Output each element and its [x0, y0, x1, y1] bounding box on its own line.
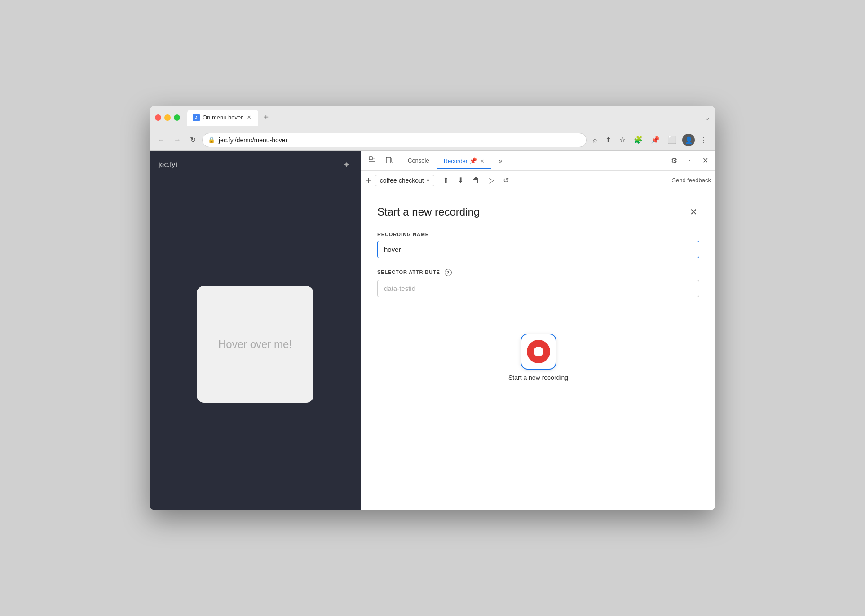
selector-attribute-label: SELECTOR ATTRIBUTE ?: [377, 269, 699, 276]
pip-icon[interactable]: ⬜: [665, 134, 680, 146]
search-icon[interactable]: ⌕: [590, 134, 600, 146]
upload-recording-button[interactable]: ⬆: [440, 174, 452, 187]
lock-icon: 🔒: [208, 136, 215, 143]
recorder-pin-icon: 📌: [469, 157, 477, 164]
delete-recording-button[interactable]: 🗑: [469, 174, 483, 187]
website-logo: jec.fyi: [159, 161, 177, 169]
extensions-icon[interactable]: 🧩: [631, 134, 645, 146]
dialog-close-button[interactable]: ✕: [688, 205, 699, 219]
forward-button[interactable]: →: [171, 134, 184, 146]
website-body: Hover over me!: [150, 179, 361, 510]
new-tab-button[interactable]: +: [260, 110, 273, 124]
tab-close-button[interactable]: ✕: [246, 114, 253, 121]
devtools-menu-button[interactable]: ⋮: [683, 154, 697, 167]
download-recording-button[interactable]: ⬇: [455, 174, 467, 187]
back-button[interactable]: ←: [155, 134, 168, 146]
share-icon[interactable]: ⬆: [603, 134, 614, 146]
dialog-box: Start a new recording ✕ RECORDING NAME S…: [361, 190, 715, 321]
traffic-lights: [155, 114, 180, 121]
devtools-close-button[interactable]: ✕: [699, 154, 712, 167]
selector-attribute-group: SELECTOR ATTRIBUTE ?: [377, 269, 699, 297]
recorder-tab-close-icon[interactable]: ✕: [480, 158, 484, 164]
minimize-window-button[interactable]: [164, 114, 171, 121]
active-tab[interactable]: J On menu hover ✕: [187, 110, 258, 126]
main-content: jec.fyi ✦ Hover over me!: [150, 151, 715, 510]
browser-window: J On menu hover ✕ + ⌄ ← → ↻ 🔒 jec.fyi/de…: [150, 106, 715, 510]
url-text: jec.fyi/demo/menu-hover: [219, 136, 287, 144]
svg-rect-3: [386, 157, 391, 163]
profile-icon: 👤: [685, 136, 693, 144]
website-header: jec.fyi ✦: [150, 151, 361, 179]
dropdown-chevron-icon: ▾: [427, 177, 429, 184]
profile-button[interactable]: 👤: [682, 134, 695, 146]
hover-card[interactable]: Hover over me!: [197, 286, 313, 403]
tab-favicon: J: [193, 114, 200, 121]
dialog-header: Start a new recording ✕: [377, 205, 699, 219]
recording-name-input[interactable]: [377, 241, 699, 258]
selector-attribute-input[interactable]: [377, 280, 699, 297]
devtools-panel: Console Recorder 📌 ✕ » ⚙ ⋮ ✕ +: [361, 151, 715, 510]
add-recording-button[interactable]: +: [366, 176, 371, 185]
svg-rect-4: [392, 158, 393, 162]
tab-menu-button[interactable]: ⌄: [704, 113, 710, 122]
theme-icon: ✦: [343, 160, 350, 169]
url-bar[interactable]: 🔒 jec.fyi/demo/menu-hover: [202, 133, 587, 147]
recorder-toolbar: + coffee checkout ▾ ⬆ ⬇ 🗑 ▷ ↺ Send feedb…: [361, 171, 715, 190]
recording-dropdown-label: coffee checkout: [380, 177, 424, 184]
recording-name-group: RECORDING NAME: [377, 232, 699, 258]
star-icon[interactable]: ☆: [617, 134, 628, 146]
dialog-area: Start a new recording ✕ RECORDING NAME S…: [361, 190, 715, 510]
tab-console[interactable]: Console: [401, 153, 437, 168]
hover-card-text: Hover over me!: [218, 338, 292, 351]
selector-help-icon[interactable]: ?: [445, 269, 452, 276]
devtools-tabs: Console Recorder 📌 ✕: [401, 153, 491, 169]
start-recording-area: Start a new recording: [361, 321, 715, 394]
more-tabs-button[interactable]: »: [495, 154, 506, 167]
recording-dropdown[interactable]: coffee checkout ▾: [375, 175, 434, 186]
recording-name-label: RECORDING NAME: [377, 232, 699, 237]
browser-actions: ⌕ ⬆ ☆ 🧩 📌 ⬜ 👤 ⋮: [590, 134, 710, 146]
svg-rect-0: [369, 157, 372, 160]
theme-toggle-button[interactable]: ✦: [341, 158, 352, 172]
reload-button[interactable]: ↻: [187, 134, 199, 146]
inspect-element-button[interactable]: [365, 153, 380, 168]
recorder-actions: ⬆ ⬇ 🗑 ▷ ↺: [440, 174, 512, 187]
tab-bar: J On menu hover ✕ +: [187, 110, 701, 126]
record-circle-outer: [527, 340, 550, 363]
devtools-right-actions: ⚙ ⋮ ✕: [667, 154, 712, 167]
send-feedback-button[interactable]: Send feedback: [672, 177, 711, 184]
start-recording-label: Start a new recording: [508, 374, 568, 381]
device-toolbar-button[interactable]: [382, 153, 397, 168]
browser-menu-button[interactable]: ⋮: [697, 134, 710, 146]
replay-recording-button[interactable]: ↺: [500, 174, 512, 187]
tab-label: On menu hover: [203, 114, 243, 121]
title-bar: J On menu hover ✕ + ⌄: [150, 106, 715, 129]
address-bar: ← → ↻ 🔒 jec.fyi/demo/menu-hover ⌕ ⬆ ☆ 🧩 …: [150, 129, 715, 151]
website-panel: jec.fyi ✦ Hover over me!: [150, 151, 361, 510]
close-window-button[interactable]: [155, 114, 161, 121]
maximize-window-button[interactable]: [174, 114, 180, 121]
record-circle-inner: [534, 347, 543, 356]
pin-icon[interactable]: 📌: [648, 134, 662, 146]
devtools-toolbar: Console Recorder 📌 ✕ » ⚙ ⋮ ✕: [361, 151, 715, 171]
tab-recorder[interactable]: Recorder 📌 ✕: [437, 153, 492, 169]
dialog-title: Start a new recording: [377, 206, 480, 218]
start-recording-button[interactable]: [521, 334, 556, 370]
play-recording-button[interactable]: ▷: [485, 174, 497, 187]
devtools-settings-button[interactable]: ⚙: [667, 154, 681, 167]
